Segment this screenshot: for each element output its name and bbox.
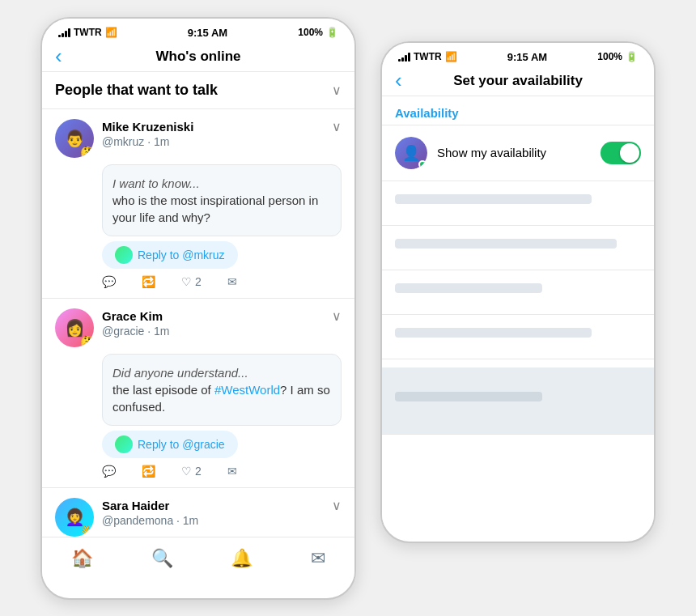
nav-header-right: ‹ Set your availability (382, 66, 654, 96)
battery-status: 100% 🔋 (298, 27, 338, 38)
tweet-header-sara: 👩‍🦱 👋 Sara Haider ∨ @pandemona · 1m (55, 498, 342, 537)
skeleton-row-2 (382, 226, 654, 270)
battery-icon-right: 🔋 (626, 51, 638, 62)
tweet-handle-mike: @mkruz · 1m (102, 135, 169, 148)
battery-status-right: 100% 🔋 (597, 51, 638, 62)
status-bar-right: TWTR 📶 9:15 AM 100% 🔋 (382, 43, 654, 66)
like-count-mike: 2 (195, 275, 202, 288)
retweet-icon-grace[interactable]: 🔁 (142, 465, 155, 478)
page-title: Who's online (155, 49, 240, 65)
right-phone: TWTR 📶 9:15 AM 100% 🔋 ‹ Set your availab… (380, 41, 656, 543)
back-button[interactable]: ‹ (55, 44, 62, 69)
tweet-username-mike: Mike Kruzeniski (102, 120, 193, 134)
signal-icon (58, 28, 70, 37)
tweet-chevron-sara[interactable]: ∨ (332, 498, 342, 513)
dm-icon[interactable]: ✉ (227, 275, 237, 288)
tweet-body-mike: who is the most inspirational person in … (112, 193, 318, 224)
hashtag-westworld[interactable]: #WestWorld (214, 383, 280, 397)
clock-right: 9:15 AM (507, 51, 547, 63)
like-icon-grace[interactable]: ♡ 2 (181, 465, 202, 478)
tweet-chevron-mike[interactable]: ∨ (332, 119, 342, 134)
reply-row-grace: Reply to @gracie (102, 431, 342, 458)
tweet-bubble-mike: I want to know... who is the most inspir… (102, 164, 342, 236)
reply-icon-grace[interactable]: 💬 (102, 465, 116, 478)
like-count-grace: 2 (195, 465, 202, 478)
avatar-mike: 👨 🤔 (55, 119, 94, 158)
availability-toggle[interactable] (601, 142, 641, 164)
tweet-chevron-grace[interactable]: ∨ (332, 308, 342, 324)
battery-icon: 🔋 (326, 27, 338, 38)
wifi-icon: 📶 (105, 27, 117, 38)
skeleton-row-3 (382, 270, 654, 315)
skeleton-row-4 (382, 315, 654, 359)
tweet-username-sara: Sara Haider (102, 499, 169, 512)
tweet-actions-grace: 💬 🔁 ♡ 2 ✉ (102, 465, 342, 478)
section-title: People that want to talk (55, 82, 218, 99)
tweet-meta-grace: Grace Kim ∨ @gracie · 1m (102, 308, 342, 338)
nav-header-left: ‹ Who's online (42, 42, 354, 72)
like-icon[interactable]: ♡ 2 (181, 275, 202, 288)
avatar-sara: 👩‍🦱 👋 (55, 498, 94, 537)
feed-content: People that want to talk ∨ 👨 🤔 Mike Kruz… (42, 72, 354, 537)
section-header: People that want to talk ∨ (42, 72, 354, 109)
tweet-actions-mike: 💬 🔁 ♡ 2 ✉ (102, 275, 342, 288)
availability-content: Availability 👤 Show my availability (382, 96, 654, 527)
back-button-right[interactable]: ‹ (395, 68, 402, 93)
availability-avatar: 👤 (395, 137, 427, 169)
dm-icon-grace[interactable]: ✉ (227, 465, 237, 478)
left-phone: TWTR 📶 9:15 AM 100% 🔋 ‹ Who's online Peo… (40, 17, 356, 600)
battery-percent-right: 100% (597, 51, 622, 62)
tweet-header-grace: 👩 🤔 Grace Kim ∨ @gracie · 1m (55, 308, 342, 347)
wifi-icon-right: 📶 (445, 51, 457, 62)
tweet-item-sara: 👩‍🦱 👋 Sara Haider ∨ @pandemona · 1m I'm … (42, 488, 354, 537)
tweet-meta-mike: Mike Kruzeniski ∨ @mkruz · 1m (102, 119, 342, 149)
tweet-handle-sara: @pandemona · 1m (102, 514, 198, 527)
tweet-item-grace: 👩 🤔 Grace Kim ∨ @gracie · 1m Did anyone … (42, 299, 354, 488)
toggle-knob (620, 143, 639, 163)
reply-avatar-grace (115, 435, 133, 453)
section-chevron[interactable]: ∨ (332, 83, 342, 98)
tweet-meta-sara: Sara Haider ∨ @pandemona · 1m (102, 498, 342, 528)
tweet-quote-grace: Did anyone understand... (112, 366, 248, 380)
skeleton-row-5 (382, 367, 654, 435)
online-indicator (418, 160, 427, 168)
reply-button-grace[interactable]: Reply to @gracie (102, 431, 238, 458)
availability-row: 👤 Show my availability (382, 125, 654, 181)
tab-bar: 🏠 🔍 🔔 ✉ (42, 537, 354, 580)
tweet-item-mike: 👨 🤔 Mike Kruzeniski ∨ @mkruz · 1m I want… (42, 109, 354, 299)
availability-row-text: Show my availability (437, 146, 601, 159)
status-signal: TWTR 📶 (58, 27, 117, 38)
clock: 9:15 AM (188, 27, 227, 39)
tweet-bubble-grace: Did anyone understand... the last episod… (102, 354, 342, 426)
tab-messages[interactable]: ✉ (295, 545, 342, 572)
carrier-label: TWTR (74, 27, 102, 38)
status-bar-left: TWTR 📶 9:15 AM 100% 🔋 (42, 19, 354, 42)
carrier-label-right: TWTR (414, 51, 442, 62)
reply-avatar-mike (115, 246, 133, 264)
tab-home[interactable]: 🏠 (55, 545, 109, 572)
signal-icon-right (398, 52, 410, 62)
retweet-icon[interactable]: 🔁 (142, 275, 155, 288)
battery-percent: 100% (298, 27, 323, 38)
avatar-grace: 👩 🤔 (55, 308, 94, 347)
tweet-quote-mike: I want to know... (112, 176, 200, 190)
tweet-header-mike: 👨 🤔 Mike Kruzeniski ∨ @mkruz · 1m (55, 119, 342, 158)
reply-button-mike[interactable]: Reply to @mkruz (102, 241, 238, 269)
tab-search[interactable]: 🔍 (135, 545, 189, 572)
tweet-username-grace: Grace Kim (102, 309, 163, 323)
availability-section-label: Availability (382, 96, 654, 125)
reply-row-mike: Reply to @mkruz (102, 241, 342, 269)
tweet-handle-grace: @gracie · 1m (102, 325, 169, 338)
status-signal-right: TWTR 📶 (398, 51, 457, 62)
tab-notifications[interactable]: 🔔 (214, 545, 269, 572)
reply-icon[interactable]: 💬 (102, 275, 116, 288)
page-title-right: Set your availability (453, 73, 583, 89)
skeleton-row-1 (382, 181, 654, 226)
tweet-body-grace: the last episode of (112, 383, 214, 397)
